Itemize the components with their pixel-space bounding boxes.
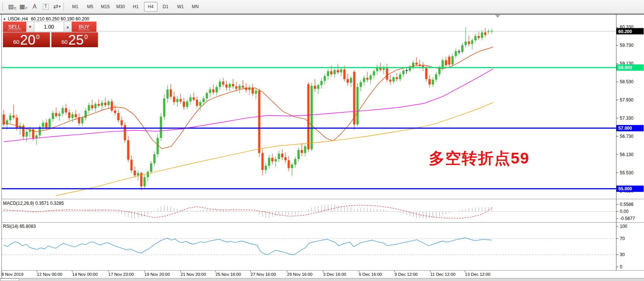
tf-button-W1[interactable]: W1 [174,2,187,12]
price-badge-label: 60.200 [618,29,632,34]
text-icon: A [33,3,37,10]
sell-price-sup: 0 [36,34,39,41]
rsi-axis-label: 0 [620,264,622,269]
time-axis-label: 11 Dec 12:00 [430,272,456,277]
price-axis-label: 57.930 [620,97,634,103]
rsi-line [4,238,492,255]
time-axis-label: 8 Nov 2019 [1,272,23,277]
macd-signal-line [4,205,492,218]
toolbar-drag-handle[interactable] [2,3,4,11]
buy-price-sup: 0 [85,34,88,41]
time-axis-label: 13 Dec 12:00 [465,272,490,277]
sell-price-prefix: 60 [13,39,19,45]
scrollbar-thumb[interactable] [0,279,19,281]
tf-button-M15[interactable]: M15 [98,2,112,12]
sell-price-panel[interactable]: 60 20 0 [3,32,50,47]
time-axis-label: 12 Nov 00:00 [37,272,62,277]
price-axis-label: 55.530 [620,170,634,175]
fibonacci-icon: ▦ [19,3,25,10]
price-badge-label: 55.000 [618,186,632,191]
one-click-trading-panel: SELL ▼ ▲ BUY 60 20 0 60 25 0 [3,22,98,47]
sell-button[interactable]: SELL [3,22,26,32]
shapes-icon: ⇄ [53,3,58,10]
buy-price-prefix: 60 [61,39,68,45]
price-axis-label: 56.130 [620,152,634,157]
draw-channel-icon: ▨ [8,3,14,10]
fibonacci-tool-button[interactable]: ▦ F [19,2,28,12]
tf-button-M5[interactable]: M5 [83,2,97,12]
chart-shift-marker-icon [495,15,500,18]
buy-price-main: 25 [68,34,84,46]
chart-title: ▲USOil-,H460.210 60.250 60.190 60.200 [3,16,89,22]
price-axis-label: 58.530 [620,79,634,84]
rsi-axis-label: 30 [620,252,625,257]
tf-button-D1[interactable]: D1 [159,2,172,12]
price-axis-label: 59.730 [620,43,634,48]
spinner-down-icon: ▼ [28,25,32,29]
horizontal-scrollbar[interactable] [0,278,644,281]
text-tool-button[interactable]: A [30,2,39,12]
timeframe-bar: M1M5M15M30H1H4D1W1MN [68,2,203,12]
price-axis-label: 56.730 [620,134,634,139]
draw-channel-tool-button[interactable]: ▨ E [8,2,17,12]
text-label-tool-button[interactable]: T [41,2,50,12]
tf-button-M1[interactable]: M1 [68,2,82,12]
time-axis-label: 29 Nov 16:00 [287,272,312,277]
time-axis-label: 19 Nov 20:00 [144,272,170,277]
macd-axis-label: 0.00 [620,209,629,214]
chevron-down-icon: ▾ [58,4,61,9]
tf-button-MN[interactable]: MN [189,2,202,12]
sell-button-label: SELL [7,24,22,30]
ma-slow-line [56,103,493,196]
volume-input[interactable] [34,22,64,32]
ma-mid-line [4,69,493,142]
price-badge-label: 59.000 [618,65,632,70]
text-label-icon: T [43,3,48,10]
buy-button[interactable]: BUY [72,22,96,32]
time-axis-label: 5 Dec 16:00 [359,272,382,277]
volume-decrease-button[interactable]: ▼ [26,22,34,32]
macd-label: MACD(12,26,9) 0.3571 0.3285 [3,201,64,206]
macd-axis-label: 0.5586 [620,202,634,207]
toolbar-separator [63,3,66,11]
time-axis-label: 3 Dec 16:00 [323,272,346,277]
mt4-window: 60.33059.73059.13058.53057.93057.33056.7… [0,0,644,281]
buy-price-panel[interactable]: 60 25 0 [51,32,98,47]
price-axis-label: 57.330 [620,116,634,121]
candles-group [3,27,493,190]
fibonacci-icon-sub: F [25,6,28,10]
buy-button-label: BUY [78,24,90,30]
collapse-panel-icon[interactable]: ▲ [3,17,6,20]
time-axis-label: 25 Nov 16:00 [216,272,241,277]
time-axis-label: 9 Dec 12:00 [395,272,418,277]
chart-annotation-text: 多空转折点59 [429,148,530,169]
time-axis-label: 27 Nov 16:00 [251,272,276,277]
tf-button-H1[interactable]: H1 [129,2,143,12]
sell-price-main: 20 [20,34,35,46]
rsi-label: RSI(14) 65.8083 [3,224,36,229]
time-axis-label: 21 Nov 20:00 [181,272,206,277]
spinner-up-icon: ▲ [66,25,70,29]
draw-channel-icon-sub: E [14,6,16,10]
toolbar: ▨ E ▦ F A T ⇄ ▾ M1M5M15M30H1H4D1W1MN [0,0,644,13]
macd-axis-label: -0.5677 [620,216,635,221]
price-badge-label: 57.000 [618,126,632,131]
volume-increase-button[interactable]: ▲ [64,22,72,32]
tf-button-H4[interactable]: H4 [144,2,157,12]
time-axis-label: 14 Nov 00:00 [72,272,98,277]
rsi-axis-label: 100 [620,224,627,229]
tf-button-M30[interactable]: M30 [114,2,127,12]
rsi-axis-label: 70 [620,236,625,241]
time-axis-label: 17 Nov 23:00 [108,272,134,277]
symbol-period-label: USOil-,H4 [8,16,28,22]
ohlc-values: 60.210 60.250 60.190 60.200 [31,16,89,22]
shapes-tool-button[interactable]: ⇄ ▾ [52,2,61,12]
